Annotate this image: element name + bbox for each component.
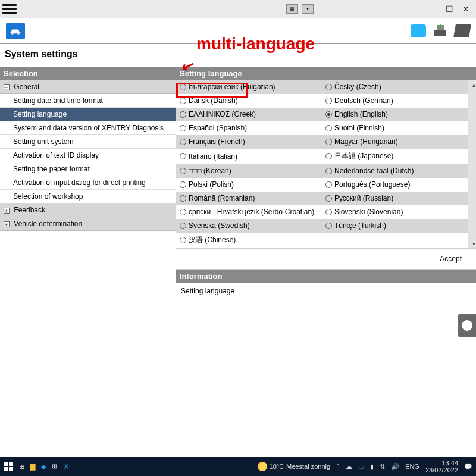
language-option[interactable]: Italiano (Italian) — [176, 149, 322, 164]
tree-item-textid[interactable]: Activation of text ID display — [0, 149, 176, 162]
tree-item-datetime[interactable]: Setting date and time format — [0, 94, 176, 108]
tray-screen-icon[interactable]: ▭ — [358, 463, 364, 471]
language-option[interactable]: Svenska (Swedish) — [176, 219, 322, 233]
window-minimize-button[interactable]: — — [428, 4, 437, 14]
language-label: Slovenski (Slovenian) — [334, 208, 403, 216]
start-button[interactable] — [4, 462, 13, 471]
tree-item-unit[interactable]: Setting unit system — [0, 135, 176, 149]
chat-icon[interactable] — [411, 24, 426, 37]
language-option[interactable]: Русский (Russian) — [322, 192, 468, 205]
system-clock[interactable]: 13:44 23/02/2022 — [425, 459, 458, 474]
radio-icon — [180, 223, 186, 229]
language-option[interactable]: Deutsch (German) — [322, 94, 468, 108]
language-label: Suomi (Finnish) — [334, 124, 384, 132]
language-label: Polski (Polish) — [189, 180, 234, 189]
weather-widget[interactable]: 10°C Meestal zonnig — [258, 462, 331, 471]
teamviewer-badge[interactable] — [458, 314, 476, 337]
tree-item-language[interactable]: Setting language — [0, 108, 176, 121]
language-option[interactable]: Türkçe (Turkish) — [322, 219, 468, 233]
hamburger-menu-icon[interactable] — [2, 3, 17, 15]
language-label: ΕΛΛΗΝΙΚΟΣ (Greek) — [189, 110, 256, 118]
app-x-icon[interactable]: X — [64, 463, 68, 470]
sidebar-panel: Selection ⊟ General Setting date and tim… — [0, 67, 176, 421]
language-option — [322, 233, 468, 248]
tree-group-feedback[interactable]: ⊞ Feedback — [0, 203, 176, 217]
language-option[interactable]: српски - Hrvatski jezik (Serbo-Croatian) — [176, 205, 322, 219]
window-close-button[interactable]: ✕ — [462, 4, 470, 14]
language-option[interactable]: Polski (Polish) — [176, 178, 322, 192]
expander-icon[interactable]: ⊞ — [4, 221, 10, 227]
tree-item-workshop[interactable]: Selection of workshop — [0, 190, 176, 203]
language-option[interactable]: Slovenski (Slovenian) — [322, 205, 468, 219]
language-label: Český (Czech) — [334, 83, 381, 91]
clock-date: 23/02/2022 — [425, 466, 458, 474]
accept-button[interactable]: Accept — [434, 253, 468, 264]
language-label: српски - Hrvatski jezik (Serbo-Croatian) — [189, 208, 314, 216]
language-option[interactable]: Español (Spanish) — [176, 121, 322, 135]
language-option[interactable]: ΕΛΛΗΝΙΚΟΣ (Greek) — [176, 108, 322, 121]
teamviewer-taskbar-icon[interactable]: ◆ — [41, 463, 46, 471]
information-body: Setting language — [176, 283, 476, 421]
tray-lang[interactable]: ENG — [405, 463, 419, 470]
language-label: Italiano (Italian) — [189, 152, 237, 161]
tray-volume-icon[interactable]: 🔊 — [391, 463, 399, 471]
scroll-down-icon[interactable]: ▾ — [472, 240, 475, 247]
language-option[interactable]: Português (Portuguese) — [322, 178, 468, 192]
radio-icon — [180, 125, 186, 131]
window-maximize-button[interactable]: ☐ — [445, 4, 453, 14]
notification-icon[interactable]: 💬 — [464, 463, 472, 471]
tray-battery-icon[interactable]: ▮ — [370, 463, 374, 471]
tree-group-label: Vehicle determination — [14, 220, 82, 228]
print-icon[interactable] — [432, 24, 449, 38]
book-icon[interactable] — [453, 24, 471, 37]
expander-icon[interactable]: ⊞ — [4, 208, 10, 214]
radio-icon — [180, 195, 186, 202]
tray-wifi-icon[interactable]: ⇅ — [380, 463, 385, 471]
language-option[interactable]: Română (Romanian) — [176, 192, 322, 205]
tree-item-inputdialog[interactable]: Activation of input dialog for direct pr… — [0, 176, 176, 190]
radio-icon — [325, 223, 332, 229]
radio-icon — [180, 84, 186, 90]
language-option[interactable]: български език (Bulgarian) — [176, 80, 322, 94]
tree-item-version[interactable]: System and data version of XENTRY Diagno… — [0, 121, 176, 135]
titlebar-icon-dropdown[interactable]: ▾ — [302, 4, 314, 14]
language-option[interactable]: □□□ (Korean) — [176, 164, 322, 178]
file-explorer-icon[interactable]: ▇ — [30, 463, 35, 471]
right-panel: Setting language ▴ ▾ български език (Bul… — [176, 67, 476, 421]
scroll-up-icon[interactable]: ▴ — [472, 82, 475, 88]
annotation-label: multi-language — [196, 35, 315, 54]
language-label: English (English) — [334, 110, 388, 118]
vehicle-button[interactable] — [6, 23, 25, 39]
weather-temp: 10°C — [270, 463, 284, 470]
clock-time: 13:44 — [425, 459, 458, 466]
language-grid: ▴ ▾ български език (Bulgarian)Český (Cze… — [176, 80, 476, 248]
language-label: Español (Spanish) — [189, 124, 247, 132]
language-label: 日本語 (Japanese) — [334, 151, 393, 161]
task-view-icon[interactable]: ⊞ — [19, 463, 24, 471]
tree-group-general[interactable]: ⊟ General — [0, 80, 176, 94]
language-option[interactable]: 日本語 (Japanese) — [322, 149, 468, 164]
tree-group-vehicle[interactable]: ⊞ Vehicle determination — [0, 217, 176, 231]
radio-icon — [325, 153, 332, 159]
radio-icon — [180, 181, 186, 188]
language-option[interactable]: Nederlandse taal (Dutch) — [322, 164, 468, 178]
language-option[interactable]: Suomi (Finnish) — [322, 121, 468, 135]
language-option[interactable]: Český (Czech) — [322, 80, 468, 94]
language-option[interactable]: English (English) — [322, 108, 468, 121]
language-label: Türkçe (Turkish) — [334, 221, 386, 230]
language-option[interactable]: Magyar (Hungarian) — [322, 135, 468, 149]
radio-icon — [325, 125, 332, 131]
radio-icon — [325, 168, 332, 174]
tray-chevron-icon[interactable]: ˄ — [336, 463, 340, 471]
expander-icon[interactable]: ⊟ — [4, 84, 10, 90]
language-option[interactable]: Français (French) — [176, 135, 322, 149]
language-option[interactable]: 汉语 (Chinese) — [176, 233, 322, 248]
tree-group-label: Feedback — [14, 206, 45, 214]
information-header: Information — [176, 270, 476, 283]
language-label: Português (Portuguese) — [334, 180, 410, 189]
titlebar-icon-grid[interactable]: ▦ — [286, 4, 298, 14]
shield-icon[interactable]: ⛨ — [52, 463, 58, 470]
language-option[interactable]: Dansk (Danish) — [176, 94, 322, 108]
tray-cloud-icon[interactable]: ☁ — [346, 463, 352, 471]
tree-item-paper[interactable]: Setting the paper format — [0, 162, 176, 176]
